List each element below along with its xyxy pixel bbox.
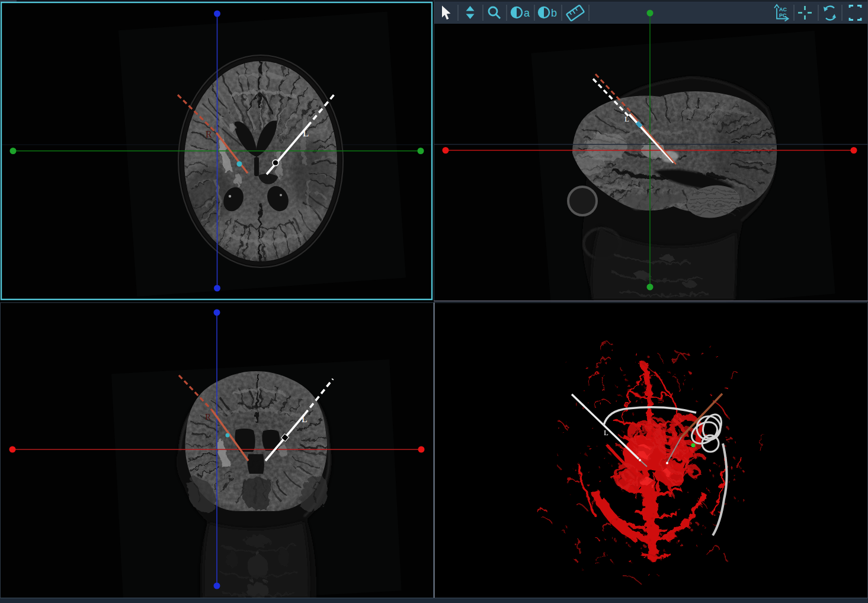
svg-text:PC: PC <box>779 12 787 18</box>
svg-text:a: a <box>524 7 530 19</box>
svg-text:L: L <box>303 127 309 139</box>
svg-text:R: R <box>206 129 212 139</box>
svg-text:b: b <box>551 7 557 19</box>
svg-text:AC: AC <box>779 7 787 12</box>
svg-text:L: L <box>604 428 608 437</box>
svg-text:R: R <box>205 412 211 422</box>
svg-text:L: L <box>624 114 629 123</box>
svg-text:L: L <box>302 414 308 424</box>
